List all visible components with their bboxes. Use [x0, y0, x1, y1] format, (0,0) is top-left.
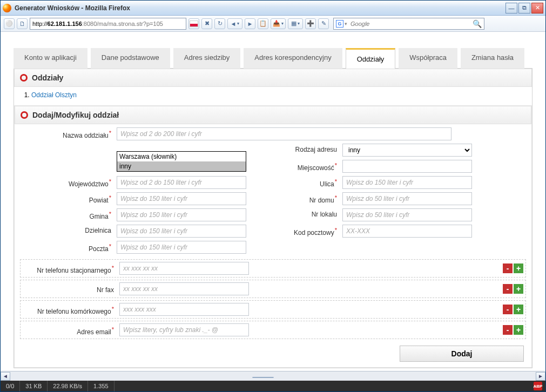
label-nrdomu: Nr domu: [248, 192, 340, 205]
tool-icon-1[interactable]: 📋: [258, 18, 268, 29]
search-input[interactable]: [350, 21, 473, 27]
browser-toolbar: ⚪ 🗋 http://62.181.1.156:8080/ma/ma.stron…: [1, 16, 545, 32]
tool-icon-5[interactable]: ✎: [318, 18, 329, 29]
label-nrlokalu: Nr lokalu: [248, 208, 340, 221]
scroll-right-icon[interactable]: ►: [536, 372, 545, 381]
panel-list-header: Oddziały: [14, 69, 532, 87]
firefox-icon: [3, 4, 11, 12]
dropdown-rodzaj-open[interactable]: Warszawa (słownik) inny: [117, 151, 246, 172]
input-dzielnica[interactable]: [117, 225, 246, 238]
label-poczta: Poczta: [20, 241, 114, 254]
tab-konto[interactable]: Konto w aplikacji: [14, 48, 87, 69]
status-bar: 0/0 31 KB 22.98 KB/s 1.355 ABP: [1, 381, 545, 391]
add-button[interactable]: +: [514, 325, 523, 335]
input-telstac[interactable]: [119, 262, 249, 275]
remove-button[interactable]: -: [503, 325, 513, 335]
label-kod: Kod pocztowy: [248, 225, 340, 238]
input-poczta[interactable]: [117, 241, 246, 254]
reload-icon[interactable]: ↻: [214, 18, 225, 29]
status-size: 31 KB: [20, 381, 48, 391]
input-gmina[interactable]: [117, 208, 246, 221]
status-progress: 0/0: [1, 381, 20, 391]
page-info-icon[interactable]: 🗋: [17, 18, 28, 29]
url-bar[interactable]: http://62.181.1.156:8080/ma/ma.strona.st…: [30, 18, 186, 30]
status-time: 1.355: [88, 381, 114, 391]
abp-icon[interactable]: ABP: [534, 382, 542, 390]
forward-button[interactable]: ►: [245, 18, 255, 29]
input-nazwa[interactable]: [117, 127, 451, 140]
tab-siedziby[interactable]: Adres siedziby: [173, 48, 241, 69]
tab-bar: Konto w aplikacji Dane podstawowe Adres …: [14, 48, 532, 69]
status-speed: 22.98 KB/s: [48, 381, 88, 391]
panel-form-header: Dodaj/Modyfikuj oddział: [15, 106, 531, 124]
select-rodzaj[interactable]: inny: [342, 144, 472, 157]
window-titlebar: Generator Wniosków - Mozilla Firefox — ⧉…: [1, 1, 545, 16]
minimize-button[interactable]: —: [505, 3, 517, 13]
input-telkom[interactable]: [119, 303, 249, 316]
input-miejscowosc[interactable]: [342, 160, 472, 173]
submit-add-button[interactable]: Dodaj: [400, 346, 524, 362]
tab-wspolpraca[interactable]: Współpraca: [399, 48, 457, 69]
label-gmina: Gmina: [20, 208, 114, 221]
close-button[interactable]: ✕: [531, 3, 543, 13]
remove-button[interactable]: -: [503, 305, 513, 314]
tab-dane[interactable]: Dane podstawowe: [91, 48, 170, 69]
row-fax: Nr fax - +: [20, 280, 526, 298]
remove-button[interactable]: -: [503, 284, 513, 294]
tab-haslo[interactable]: Zmiana hasła: [461, 48, 524, 69]
input-email[interactable]: [119, 323, 249, 336]
label-dzielnica: Dzielnica: [20, 225, 114, 238]
maximize-button[interactable]: ⧉: [518, 3, 530, 13]
section-icon: [21, 111, 28, 119]
input-kod[interactable]: [342, 225, 472, 238]
tool-icon-4[interactable]: ➕: [305, 18, 316, 29]
label-email: Adres email: [23, 324, 117, 336]
input-powiat[interactable]: [117, 192, 246, 205]
scroll-thumb[interactable]: [252, 377, 274, 378]
identity-icon[interactable]: ⚪: [4, 18, 15, 29]
horizontal-scrollbar[interactable]: ◄ ►: [1, 371, 545, 381]
input-fax[interactable]: [119, 282, 249, 295]
panel-list-title: Oddziały: [32, 73, 63, 82]
input-nrlokalu[interactable]: [342, 208, 472, 221]
branch-link[interactable]: Oddział Olsztyn: [31, 91, 77, 99]
tool-icon-2[interactable]: 📥: [271, 18, 286, 29]
remove-button[interactable]: -: [503, 263, 513, 273]
label-woj: Województwo: [20, 176, 114, 189]
panel-form-title: Dodaj/Modyfikuj oddział: [32, 111, 119, 119]
add-button[interactable]: +: [514, 263, 523, 273]
input-woj[interactable]: [117, 176, 246, 189]
label-rodzaj: Rodzaj adresu: [248, 144, 340, 157]
input-nrdomu[interactable]: [342, 192, 472, 205]
tool-icon-3[interactable]: ▦: [288, 18, 303, 29]
label-ulica: Ulica: [248, 176, 340, 189]
dropdown-option[interactable]: Warszawa (słownik): [117, 152, 246, 161]
row-telstac: Nr telefonu stacjonarnego - +: [20, 259, 526, 278]
label-fax: Nr fax: [23, 284, 117, 294]
scroll-left-icon[interactable]: ◄: [1, 372, 10, 381]
search-icon[interactable]: 🔍: [473, 19, 482, 28]
branch-list: Oddział Olsztyn: [22, 91, 524, 99]
add-button[interactable]: +: [514, 305, 523, 314]
tab-oddzialy[interactable]: Oddziały: [346, 48, 396, 69]
back-button[interactable]: ◄: [227, 18, 242, 29]
label-nazwa: Nazwa oddziału: [20, 127, 114, 140]
stop-icon[interactable]: ✖: [201, 18, 212, 29]
section-icon: [20, 74, 28, 82]
tab-koresp[interactable]: Adres korespondencyjny: [244, 48, 342, 69]
row-email: Adres email - +: [20, 321, 526, 339]
label-powiat: Powiat: [20, 192, 114, 205]
google-icon: G: [336, 20, 343, 28]
label-telstac: Nr telefonu stacjonarnego: [23, 262, 117, 274]
dropdown-option-selected[interactable]: inny: [117, 161, 246, 171]
window-title: Generator Wniosków - Mozilla Firefox: [15, 4, 505, 12]
page-content: Konto w aplikacji Dane podstawowe Adres …: [1, 32, 545, 371]
input-ulica[interactable]: [342, 176, 472, 189]
flag-icon: [188, 18, 199, 29]
row-telkom: Nr telefonu komórkowego - +: [20, 300, 526, 319]
search-bar[interactable]: G ▾ 🔍: [333, 18, 484, 30]
label-miejscowosc: Miejscowość: [248, 160, 340, 173]
add-button[interactable]: +: [514, 284, 523, 294]
label-telkom: Nr telefonu komórkowego: [23, 303, 117, 315]
